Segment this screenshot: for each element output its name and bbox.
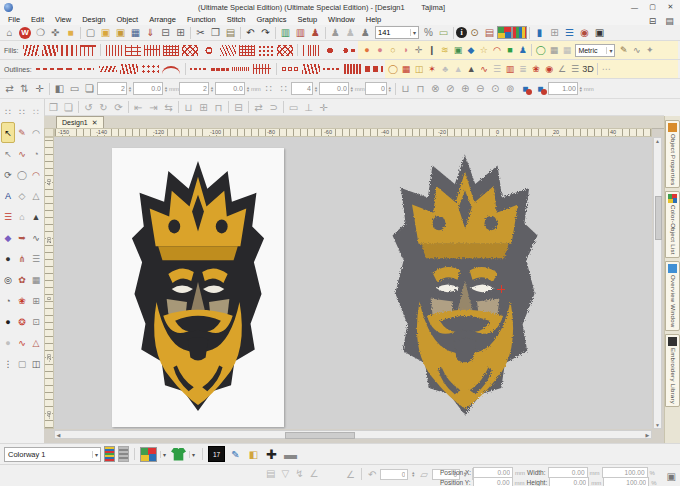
shapes-icon[interactable]: ◆ xyxy=(464,43,477,57)
order-back-icon[interactable]: ■ xyxy=(533,82,548,96)
sep[interactable] xyxy=(49,83,50,95)
horizontal-scrollbar[interactable]: ◀ ▶ xyxy=(54,430,652,439)
stitch-bars-icon[interactable]: ☰ xyxy=(562,26,577,40)
paste-icon[interactable]: ▤ xyxy=(223,26,238,40)
frame-out-icon[interactable]: ▤ xyxy=(266,468,275,479)
mannequin-2-icon[interactable]: ♟ xyxy=(343,26,358,40)
scroll-tool[interactable]: ✿ xyxy=(15,269,29,290)
w-stitch-icon[interactable]: ∿ xyxy=(478,62,491,76)
wand-icon[interactable]: ✦ xyxy=(643,43,656,57)
dome-tool[interactable]: ◠ xyxy=(29,164,43,185)
stitch-player-icon[interactable]: ⊙ xyxy=(467,26,482,40)
tshirt-icon[interactable]: ■ xyxy=(503,43,516,57)
design-canvas[interactable] xyxy=(54,137,652,429)
show-grid-icon[interactable]: ▭ xyxy=(436,26,451,40)
curl-tool[interactable]: ∿ xyxy=(15,332,29,353)
menu-file[interactable]: File xyxy=(8,15,20,24)
palette-caret-icon[interactable]: ▾ xyxy=(160,451,168,458)
sep[interactable] xyxy=(80,27,81,39)
scroll-right-icon[interactable]: ▶ xyxy=(644,432,651,438)
sep[interactable] xyxy=(190,27,191,39)
sep[interactable] xyxy=(128,101,129,113)
hoop-machine-icon[interactable]: ▣ xyxy=(667,471,676,482)
zoom-caret-icon[interactable]: ▾ xyxy=(410,29,418,36)
weld-icon[interactable]: ⊔ xyxy=(398,82,413,96)
mirror-y-icon[interactable]: ⇅ xyxy=(17,82,32,96)
close-button[interactable]: ✕ xyxy=(662,2,679,13)
small-dashes-icon[interactable]: ⋯ xyxy=(600,62,613,76)
spacing-c-tool[interactable]: ∷ xyxy=(29,101,43,122)
fill-satin[interactable] xyxy=(23,45,39,56)
fill-ring[interactable] xyxy=(201,45,217,56)
angles-icon[interactable]: ∠ xyxy=(556,62,569,76)
branch-tool[interactable]: ⋔ xyxy=(15,248,29,269)
stitch-satin[interactable] xyxy=(344,64,362,74)
people-icon[interactable]: ♟ xyxy=(516,43,529,57)
zoom-level-select[interactable]: ▾ xyxy=(375,26,419,39)
trim-icon[interactable]: ⊓ xyxy=(413,82,428,96)
color-palette-icon[interactable] xyxy=(497,26,512,39)
product-shirt-icon[interactable] xyxy=(171,448,186,461)
sep[interactable] xyxy=(395,83,396,95)
remove-color-button[interactable]: ▬ xyxy=(284,447,297,462)
angle-field[interactable] xyxy=(365,82,387,95)
select-tool[interactable]: ↖ xyxy=(1,122,15,143)
digitize-run-tool[interactable]: ✎ xyxy=(15,122,29,143)
stitch-bean[interactable] xyxy=(211,64,229,74)
scroll-left-icon[interactable]: ◀ xyxy=(55,432,62,438)
petal-small-icon[interactable]: ◗ xyxy=(399,43,412,57)
open-recent-icon[interactable]: ▣ xyxy=(113,26,128,40)
fill-white-tool[interactable]: ▢ xyxy=(15,353,29,374)
king-logo-vector[interactable] xyxy=(126,157,270,415)
center-icon[interactable]: ✛ xyxy=(32,82,47,96)
colorway-palette-icon[interactable] xyxy=(140,447,157,462)
fill-program-2[interactable] xyxy=(144,45,160,56)
picture-icon[interactable]: ▣ xyxy=(451,43,464,57)
ungroup-icon[interactable]: ❏ xyxy=(61,100,76,114)
sep[interactable] xyxy=(597,63,598,75)
team-names-icon[interactable]: ♟ xyxy=(308,26,323,40)
stitch-loop[interactable] xyxy=(281,64,299,74)
add-color-button[interactable]: ✚ xyxy=(266,447,277,462)
tree-gray-icon[interactable]: ♣ xyxy=(439,62,452,76)
sep[interactable] xyxy=(276,63,277,75)
rotate-tool[interactable]: ⟳ xyxy=(1,164,15,185)
design-info-icon[interactable]: i xyxy=(456,27,467,38)
fill-open[interactable] xyxy=(277,45,293,56)
unit-caret-icon[interactable]: ▾ xyxy=(606,47,614,54)
petal-solid-icon[interactable]: ● xyxy=(360,43,373,57)
blob-dark-tool[interactable]: ● xyxy=(1,311,15,332)
net-tool[interactable]: ▦ xyxy=(29,269,43,290)
menu-stitch[interactable]: Stitch xyxy=(227,15,246,24)
front-icon[interactable]: ⊙ xyxy=(488,82,503,96)
zoom-percent-icon[interactable]: % xyxy=(421,26,436,40)
arc-tool[interactable]: ◠ xyxy=(29,122,43,143)
spacing-v-icon[interactable]: ∷ xyxy=(276,82,291,96)
fill-program-split[interactable] xyxy=(125,45,141,56)
outline-cross[interactable] xyxy=(141,64,159,74)
motif-frame-icon[interactable]: ▦ xyxy=(400,62,413,76)
fill-motif[interactable] xyxy=(163,45,179,56)
wheel-tool[interactable]: ❂ xyxy=(15,311,29,332)
spike-tool[interactable]: ▲ xyxy=(29,206,43,227)
save-icon[interactable]: ▦ xyxy=(128,26,143,40)
overlap-tool[interactable]: ◫ xyxy=(29,353,43,374)
sep[interactable] xyxy=(283,101,284,113)
fence-tool[interactable]: ☰ xyxy=(29,248,43,269)
fill-fuzzy[interactable] xyxy=(220,45,236,56)
burst-icon[interactable]: ✶ xyxy=(426,62,439,76)
menu-window[interactable]: Window xyxy=(328,15,355,24)
thread-strip-icon[interactable] xyxy=(104,446,115,462)
outline-width-field[interactable] xyxy=(548,82,578,95)
slow-icon[interactable]: ▽ xyxy=(281,468,289,479)
pan-icon[interactable]: ✜ xyxy=(48,26,63,40)
fill-lattice[interactable] xyxy=(239,45,255,56)
stitch-sand[interactable] xyxy=(302,64,320,74)
align-top-icon[interactable]: ⊔ xyxy=(181,100,196,114)
paint-bucket-icon[interactable]: ◧ xyxy=(246,447,261,461)
rotate-45-icon[interactable]: ⟳ xyxy=(111,100,126,114)
space-evenly-icon[interactable]: ⊟ xyxy=(231,100,246,114)
docker-embroidery-library[interactable]: Embroidery Library xyxy=(665,334,680,407)
align-right-icon[interactable]: ⇆ xyxy=(161,100,176,114)
stitch-wave[interactable] xyxy=(232,64,250,74)
